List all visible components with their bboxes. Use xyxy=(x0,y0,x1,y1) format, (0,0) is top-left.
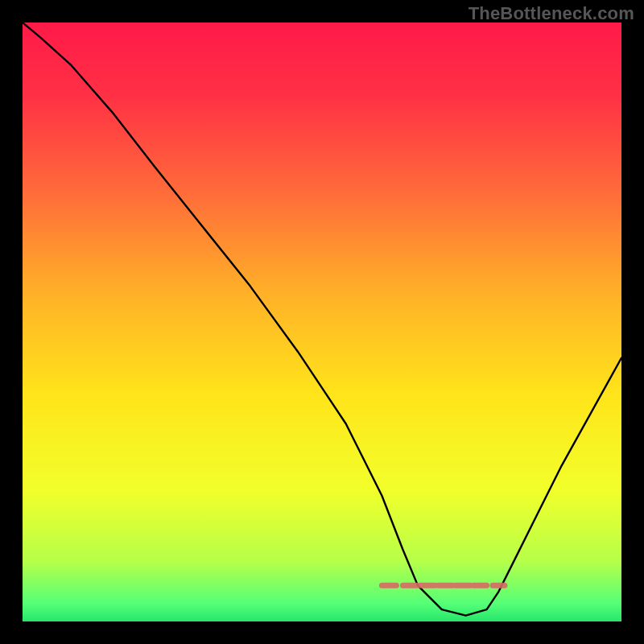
chart-frame: TheBottleneck.com xyxy=(0,0,644,644)
chart-svg xyxy=(23,23,621,621)
attribution-label: TheBottleneck.com xyxy=(469,3,634,24)
plot-area xyxy=(23,23,621,621)
